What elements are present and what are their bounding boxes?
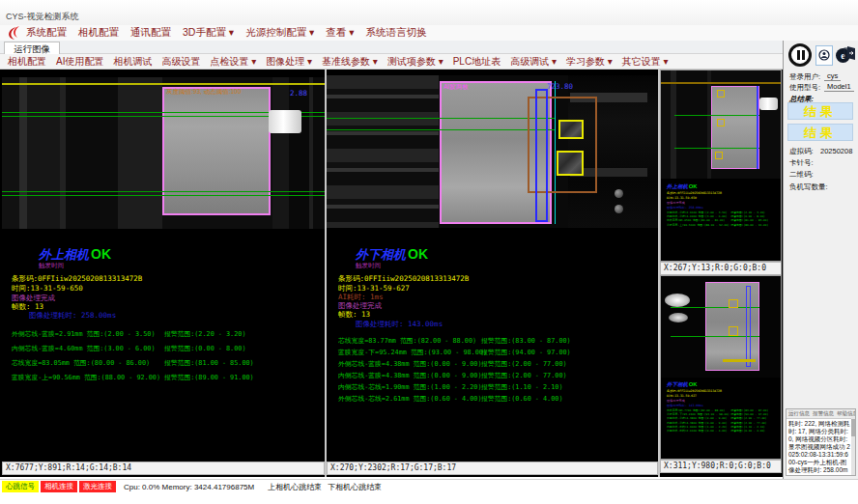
- thumb-text-lower: 外下相机OK 条形码:0FFIiiw2025020813313472B 时间:1…: [667, 380, 782, 433]
- ok-status: OK: [408, 246, 428, 262]
- screw-head: [615, 205, 623, 213]
- pixel-coords-thumb-lower: X:311;Y:980;R:0;G:0;B:0: [660, 460, 782, 473]
- statusbar: 心跳信号 相机连接 激光连接 Cpu: 0.0% Memory: 3424.41…: [0, 479, 858, 493]
- log-tab-run[interactable]: 运行信息: [788, 410, 810, 417]
- tool-image-processing[interactable]: 图像处理 ▾: [266, 55, 312, 69]
- measure-line-green: [674, 115, 759, 116]
- toolbar: 相机配置 AI使用配置 相机调试 高级设置 点检设置 ▾ 图像处理 ▾ 基准线参…: [0, 54, 783, 70]
- log-scrollbar-thumb[interactable]: [851, 419, 855, 436]
- thumb-machinery-lower: [661, 276, 782, 378]
- titlebar: CYS-视觉检测系统: [0, 0, 858, 25]
- thumbnail-view-lower[interactable]: 外下相机OK 条形码:0FFIiiw2025020813313472B 时间:1…: [660, 275, 782, 460]
- threshold-label: 灰度阈值:93, 动态阈值:100: [166, 88, 241, 97]
- menubar: 系统配置 相机配置 通讯配置 3D手配置 ▾ 光源控制配置 ▾ 查看 ▾ 系统语…: [0, 25, 858, 41]
- time-text: 时间:13-31-59-627: [667, 394, 782, 398]
- barcode-text: 条形码:0FFIiiw2025020813313472B: [667, 191, 782, 195]
- alarm-row: 报警范围:(94.00 - 97.00): [481, 348, 571, 357]
- virtual-code-label: 虚拟码:: [789, 147, 814, 156]
- camera-view-upper[interactable]: 灰度阈值:93, 动态阈值:100 2.88 外上相机OK 触发时间 条形码:0…: [2, 70, 325, 462]
- tab-run-image[interactable]: 运行图像: [4, 42, 60, 55]
- result-badge-lower: 结果: [787, 124, 853, 141]
- tool-spot-check[interactable]: 点检设置 ▾: [210, 55, 256, 69]
- measure-row: 外侧芯线-蓝膜=2.91mm 范围:(2.00 - 3.50): [12, 329, 156, 339]
- tab-strip: 运行图像: [0, 41, 858, 54]
- tool-baseline-params[interactable]: 基准线参数 ▾: [322, 55, 378, 69]
- log-tab-alarm[interactable]: 报警信息: [813, 410, 834, 417]
- connector-part: [759, 98, 778, 110]
- pause-icon: [802, 50, 805, 60]
- exit-button[interactable]: [844, 45, 857, 65]
- tool-camera-debug[interactable]: 相机调试: [113, 55, 152, 69]
- pin-number-label: 卡针号:: [789, 158, 814, 168]
- menu-item-light-config[interactable]: 光源控制配置 ▾: [245, 26, 314, 40]
- ok-status: OK: [689, 182, 698, 189]
- heartbeat-badge: 心跳信号: [2, 481, 39, 492]
- done-text: 图像处理完成: [667, 201, 782, 205]
- measure-line-green: [674, 148, 759, 149]
- app-logo-icon: [4, 26, 20, 41]
- tool-camera-config[interactable]: 相机配置: [8, 55, 46, 69]
- menu-item-language[interactable]: 系统语言切换: [366, 26, 427, 40]
- trigger-label: 触发时间: [356, 262, 381, 270]
- done-text: 图像处理完成: [667, 399, 782, 403]
- measure-line-green: [327, 129, 555, 130]
- log-text: 耗时: 222, 网络检测耗时: 17, 网络分类耗时: 0, 网络视频分区耗时…: [786, 419, 855, 476]
- time-text: 时间:13-31-59-650: [667, 196, 782, 200]
- camera-name: 外上相机: [667, 183, 688, 189]
- alarm-row: 报警范围:(0.60 - 4.00): [481, 394, 562, 404]
- alarm-row: 报警范围:(1.10 - 2.10): [481, 382, 562, 392]
- tool-other-settings[interactable]: 其它设置 ▾: [622, 55, 669, 69]
- user-icon: [818, 49, 830, 63]
- menu-item-comm-config[interactable]: 通讯配置: [130, 26, 171, 40]
- machinery-image-lower: AI胶两枚 723.80: [327, 75, 658, 228]
- alarm-row: 报警范围:(81.00 - 85.00): [164, 358, 254, 368]
- log-tab-help[interactable]: 帮助信息: [837, 410, 856, 417]
- lower-camera-heartbeat-text: 下相机心跳结束: [328, 482, 382, 492]
- model-label: 使用型号:: [789, 83, 820, 93]
- tool-plc-table[interactable]: PLC地址表: [453, 55, 500, 69]
- elapsed-text: 图像处理耗时: 258.00ms: [667, 206, 782, 210]
- menu-item-camera-config[interactable]: 相机配置: [78, 26, 119, 40]
- reflection-blob: [665, 294, 690, 307]
- time-text: 时间:13-31-59-650: [12, 284, 83, 294]
- user-login-button[interactable]: [815, 45, 833, 66]
- blue-edge-line: [757, 86, 758, 169]
- tool-advanced-settings[interactable]: 高级设置: [161, 55, 200, 69]
- thumbnail-view-upper[interactable]: 外上相机OK 条形码:0FFIiiw2025020813313472B 时间:1…: [660, 70, 782, 262]
- thumb-machinery-upper: [661, 70, 782, 179]
- detect-box-yellow: [715, 152, 723, 159]
- menu-item-view[interactable]: 查看 ▾: [326, 26, 354, 40]
- pixel-coords-upper: X:7677;Y:891;R:14;G:14;B:14: [2, 462, 325, 475]
- result-badge-upper: 结果: [787, 102, 853, 120]
- log-scrollbar[interactable]: [851, 417, 855, 475]
- measure-row: 芯线宽度=83.77mm 范围:(82.00 - 88.00): [338, 336, 476, 346]
- tool-test-params[interactable]: 测试项参数 ▾: [387, 55, 443, 69]
- annotation-yellow-mark: [723, 359, 756, 362]
- alarm-row: 报警范围:(2.20 - 3.20): [164, 329, 245, 339]
- camera-view-lower[interactable]: AI胶两枚 723.80 外下相机OK 触发时间 条形码:0FFIiiw2025…: [327, 70, 658, 462]
- ok-status: OK: [689, 380, 698, 387]
- measure-row: 蓝膜宽度-上=90.56mm 范围:(88.00 - 92.00): [12, 373, 160, 382]
- measure-line-green: [327, 118, 555, 119]
- pixel-coords-lower: X:270;Y:2302;R:17;G:17;B:17: [327, 462, 658, 475]
- menu-item-3d-config[interactable]: 3D手配置 ▾: [183, 26, 234, 40]
- elapsed-text: 图像处理耗时: 143.00ms: [667, 404, 782, 407]
- measure-row: 蓝膜宽度-下=95.24mm 范围:(93.00 - 98.00): [338, 348, 487, 357]
- login-user-label: 登录用户:: [789, 72, 820, 82]
- tool-advanced-debug[interactable]: 高级调试 ▾: [510, 55, 557, 69]
- elapsed-text: 图像处理耗时: 143.00ms: [356, 320, 443, 329]
- cpu-memory-text: Cpu: 0.0% Memory: 3424.41796875M: [124, 483, 254, 491]
- tool-ai-config[interactable]: AI使用配置: [56, 55, 103, 69]
- pause-button[interactable]: [788, 43, 812, 67]
- log-box[interactable]: 运行信息 报警信息 帮助信息 耗时: 222, 网络检测耗时: 17, 网络分类…: [786, 408, 856, 476]
- baseline-yellow: [661, 82, 782, 84]
- tool-learn-params[interactable]: 学习参数 ▾: [566, 55, 613, 69]
- measure-row: 外侧芯线-芯线=2.61mm 范围:(0.60 - 4.00): [338, 394, 482, 404]
- menu-item-system-config[interactable]: 系统配置: [26, 26, 67, 40]
- camera-name: 外上相机: [39, 247, 89, 262]
- measure-row: 外侧芯线-蓝膜=4.38mm 范围:(0.00 - 9.00): [338, 359, 482, 369]
- login-user-value: cys: [824, 71, 841, 81]
- blue-measure-label: 2.88: [290, 89, 307, 98]
- connector-part: [269, 110, 301, 133]
- detect-box-yellow: [717, 90, 725, 98]
